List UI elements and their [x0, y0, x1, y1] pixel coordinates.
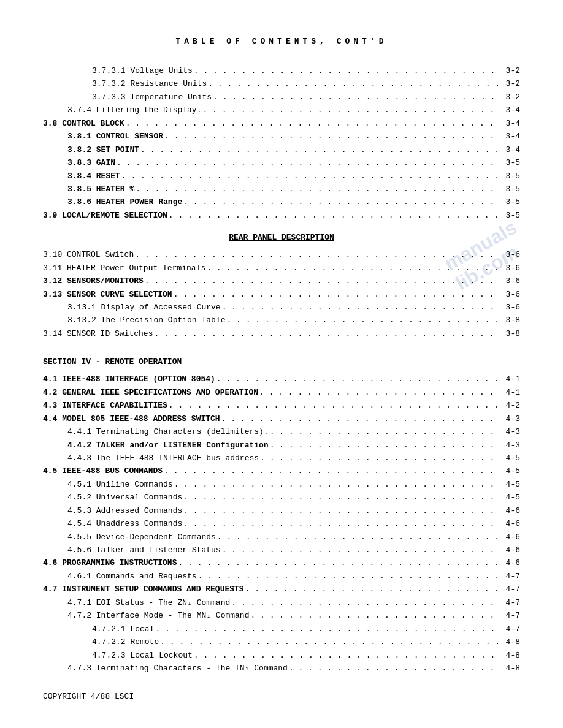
- toc-dots: . . . . . . . . . . . . . . . . . . . . …: [194, 64, 499, 77]
- table-row: 4.5 IEEE-488 BUS COMMANDS . . . . . . . …: [43, 464, 520, 477]
- toc-section-0: 3.7.3.1 Voltage Units . . . . . . . . . …: [43, 64, 520, 222]
- toc-entry-label: 3.13 SENSOR CURVE SELECTION: [43, 288, 172, 301]
- toc-entry-page: 3-5: [500, 170, 520, 183]
- table-row: 4.5.4 Unaddress Commands . . . . . . . .…: [43, 517, 520, 530]
- toc-entry-page: 4-1: [500, 373, 520, 385]
- table-row: 4.4.1 Terminating Characters (delimiters…: [43, 425, 520, 438]
- toc-dots: . . . . . . . . . . . . . . . . . . . . …: [213, 91, 499, 104]
- toc-dots: . . . . . . . . . . . . . . . . . . . . …: [198, 570, 499, 583]
- toc-dots: . . . . . . . . . . . . . . . . . . . . …: [221, 412, 499, 425]
- toc-entry-label: 3.8.5 HEATER %: [43, 183, 134, 195]
- table-row: 4.4.3 The IEEE-488 INTERFACE bus address…: [43, 452, 520, 464]
- toc-dots: . . . . . . . . . . . . . . . . . . . . …: [154, 327, 499, 340]
- toc-entry-label: 3.8.1 CONTROL SENSOR: [43, 130, 163, 143]
- toc-entry-label: 4.4.1 Terminating Characters (delimiters…: [43, 425, 269, 438]
- toc-dots: . . . . . . . . . . . . . . . . . . . . …: [250, 609, 499, 622]
- toc-entry-page: 4-7: [500, 583, 520, 596]
- toc-dots: . . . . . . . . . . . . . . . . . . . . …: [183, 491, 499, 504]
- table-row: 4.7.2.3 Local Lockout . . . . . . . . . …: [43, 649, 520, 662]
- toc-section-4: 4.1 IEEE-488 INTERFACE (OPTION 8054) . .…: [43, 373, 520, 675]
- table-row: 3.14 SENSOR ID Switches . . . . . . . . …: [43, 327, 520, 340]
- toc-container: 3.7.3.1 Voltage Units . . . . . . . . . …: [43, 64, 520, 675]
- toc-entry-label: 3.14 SENSOR ID Switches: [43, 327, 153, 340]
- toc-entry-page: 3-5: [500, 209, 520, 222]
- toc-entry-label: 3.10 CONTROL Switch: [43, 248, 134, 261]
- toc-dots: . . . . . . . . . . . . . . . . . . . . …: [245, 583, 499, 596]
- toc-entry-label: 3.7.3.1 Voltage Units: [43, 64, 193, 77]
- toc-entry-label: 3.7.3.2 Resistance Units: [43, 77, 207, 90]
- toc-dots: . . . . . . . . . . . . . . . . . . . . …: [164, 130, 499, 143]
- toc-dots: . . . . . . . . . . . . . . . . . . . . …: [183, 504, 499, 517]
- table-row: 4.5.3 Addressed Commands . . . . . . . .…: [43, 504, 520, 517]
- toc-entry-page: 4-8: [500, 635, 520, 648]
- toc-entry-label: 4.3 INTERFACE CAPABILITIES: [43, 399, 167, 412]
- toc-entry-label: 3.7.3.3 Temperature Units: [43, 91, 212, 104]
- table-row: 4.5.5 Device-Dependent Commands . . . . …: [43, 531, 520, 544]
- toc-entry-label: 3.8.2 SET POINT: [43, 143, 139, 156]
- toc-entry-page: 4-8: [500, 649, 520, 662]
- toc-entry-label: 3.13.2 The Precision Option Table: [43, 314, 225, 327]
- toc-entry-page: 3-5: [500, 156, 520, 169]
- toc-dots: . . . . . . . . . . . . . . . . . . . . …: [217, 531, 499, 544]
- toc-dots: . . . . . . . . . . . . . . . . . . . . …: [202, 104, 499, 116]
- toc-dots: . . . . . . . . . . . . . . . . . . . . …: [126, 117, 499, 130]
- toc-entry-label: 4.7.2.1 Local: [43, 623, 154, 635]
- toc-entry-label: 4.7.1 EOI Status - The ZN₁ Command: [43, 596, 230, 609]
- toc-dots: . . . . . . . . . . . . . . . . . . . . …: [145, 275, 499, 287]
- table-row: 4.7.2.1 Local . . . . . . . . . . . . . …: [43, 623, 520, 635]
- toc-entry-page: 3-6: [500, 301, 520, 314]
- table-row: 4.7.2 Interface Mode - The MN₁ Command .…: [43, 609, 520, 622]
- toc-entry-page: 4-5: [500, 478, 520, 491]
- toc-entry-label: 3.8 CONTROL BLOCK: [43, 117, 124, 130]
- toc-entry-page: 4-7: [500, 609, 520, 622]
- table-row: 3.13.1 Display of Accessed Curve . . . .…: [43, 301, 520, 314]
- toc-entry-label: 4.4.2 TALKER and/or LISTENER Configurati…: [43, 439, 269, 452]
- table-row: 3.11 HEATER Power Output Terminals . . .…: [43, 262, 520, 275]
- toc-dots: . . . . . . . . . . . . . . . . . . . . …: [222, 544, 499, 556]
- toc-dots: . . . . . . . . . . . . . . . . . . . . …: [178, 556, 499, 569]
- toc-entry-label: 4.7 INSTRUMENT SETUP COMMANDS AND REQUES…: [43, 583, 244, 596]
- table-row: 3.9 LOCAL/REMOTE SELECTION . . . . . . .…: [43, 209, 520, 222]
- table-row: 4.7.1 EOI Status - The ZN₁ Command . . .…: [43, 596, 520, 609]
- toc-entry-page: 3-8: [500, 314, 520, 327]
- toc-dots: . . . . . . . . . . . . . . . . . . . . …: [231, 596, 499, 609]
- toc-dots: . . . . . . . . . . . . . . . . . . . . …: [169, 209, 499, 222]
- toc-entry-page: 3-4: [500, 130, 520, 143]
- table-row: 3.8.3 GAIN . . . . . . . . . . . . . . .…: [43, 156, 520, 169]
- table-row: 4.3 INTERFACE CAPABILITIES . . . . . . .…: [43, 399, 520, 412]
- section-iv-heading-3: SECTION IV - REMOTE OPERATION: [43, 357, 520, 366]
- toc-dots: . . . . . . . . . . . . . . . . . . . . …: [289, 662, 499, 675]
- toc-section-2: 3.10 CONTROL Switch . . . . . . . . . . …: [43, 248, 520, 340]
- toc-entry-page: 3-5: [500, 195, 520, 208]
- toc-entry-page: 3-6: [500, 262, 520, 275]
- toc-entry-label: 4.5.1 Uniline Commands: [43, 478, 173, 491]
- toc-entry-page: 4-6: [500, 517, 520, 530]
- table-row: 4.7.3 Terminating Characters - The TN₁ C…: [43, 662, 520, 675]
- toc-entry-page: 4-3: [500, 412, 520, 425]
- table-row: 4.5.2 Universal Commands . . . . . . . .…: [43, 491, 520, 504]
- toc-entry-label: 3.8.3 GAIN: [43, 156, 115, 169]
- table-row: 4.2 GENERAL IEEE SPECIFICATIONS AND OPER…: [43, 386, 520, 399]
- toc-entry-label: 4.5.3 Addressed Commands: [43, 504, 182, 517]
- table-row: 4.4.2 TALKER and/or LISTENER Configurati…: [43, 439, 520, 452]
- page-title: TABLE OF CONTENTS, CONT'D: [43, 37, 520, 46]
- toc-entry-label: 4.7.2 Interface Mode - The MN₁ Command: [43, 609, 249, 622]
- toc-entry-page: 4-5: [500, 464, 520, 477]
- table-row: 4.6.1 Commands and Requests . . . . . . …: [43, 570, 520, 583]
- toc-dots: . . . . . . . . . . . . . . . . . . . . …: [259, 386, 499, 399]
- toc-dots: . . . . . . . . . . . . . . . . . . . . …: [270, 439, 499, 452]
- toc-dots: . . . . . . . . . . . . . . . . . . . . …: [160, 635, 499, 648]
- toc-dots: . . . . . . . . . . . . . . . . . . . . …: [222, 301, 499, 314]
- toc-entry-page: 3-4: [500, 143, 520, 156]
- table-row: 4.7.2.2 Remote . . . . . . . . . . . . .…: [43, 635, 520, 648]
- toc-entry-label: 4.5.4 Unaddress Commands: [43, 517, 182, 530]
- table-row: 3.13.2 The Precision Option Table . . . …: [43, 314, 520, 327]
- toc-dots: . . . . . . . . . . . . . . . . . . . . …: [183, 195, 499, 208]
- table-row: 3.7.3.3 Temperature Units . . . . . . . …: [43, 91, 520, 104]
- toc-dots: . . . . . . . . . . . . . . . . . . . . …: [117, 156, 499, 169]
- toc-entry-page: 3-6: [500, 248, 520, 261]
- toc-dots: . . . . . . . . . . . . . . . . . . . . …: [121, 170, 499, 183]
- toc-entry-label: 4.7.2.3 Local Lockout: [43, 649, 193, 662]
- table-row: 3.13 SENSOR CURVE SELECTION . . . . . . …: [43, 288, 520, 301]
- toc-entry-label: 4.4 MODEL 805 IEEE-488 ADDRESS SWITCH: [43, 412, 220, 425]
